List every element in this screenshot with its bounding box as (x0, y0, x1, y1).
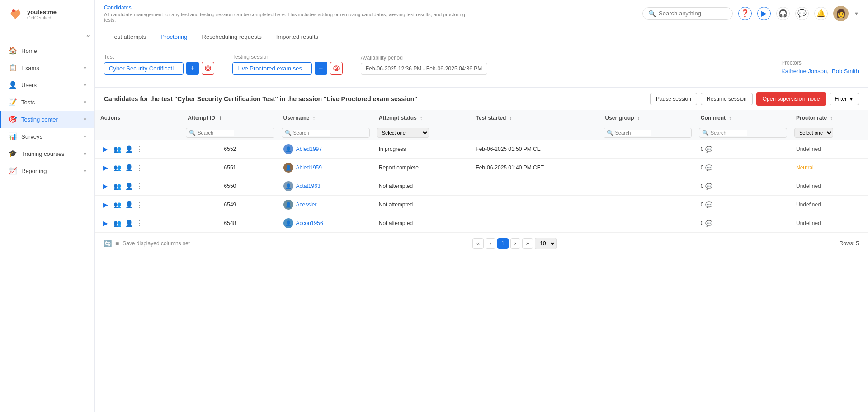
col-proctor-rate[interactable]: Proctor rate ↕ (791, 110, 868, 126)
user-dropdown-arrow-icon[interactable]: ▼ (854, 11, 859, 16)
more-action-icon-3[interactable]: ⋮ (136, 201, 143, 209)
col-attempt-id[interactable]: Attempt ID ⬆ (182, 110, 278, 126)
search-attempt-id-input[interactable] (198, 130, 234, 136)
availability-input[interactable] (361, 63, 487, 75)
next-page-btn[interactable]: › (510, 238, 520, 249)
play-action-icon-3[interactable]: ▶ (100, 200, 110, 210)
user-action-icon-0[interactable]: 👤 (124, 144, 134, 154)
table-header-row: Actions Attempt ID ⬆ Username ↕ Attempt … (95, 110, 868, 126)
columns-icon[interactable]: ≡ (115, 240, 119, 247)
refresh-icon[interactable]: 🔄 (104, 240, 112, 247)
more-action-icon-0[interactable]: ⋮ (136, 145, 143, 154)
username-link-1[interactable]: Abled1959 (296, 164, 322, 171)
resume-session-btn[interactable]: Resume session (701, 93, 753, 105)
tab-proctoring[interactable]: Proctoring (153, 27, 194, 47)
col-test-started[interactable]: Test started ↕ (470, 110, 599, 126)
comment-bubble-icon-3[interactable]: 💬 (705, 201, 712, 208)
user-avatar-btn[interactable]: 👩 (833, 6, 849, 21)
sidebar-item-testing-center[interactable]: 🎯 Testing center ▼ (0, 111, 94, 128)
group-action-icon-0[interactable]: 👥 (112, 144, 122, 154)
user-action-icon-4[interactable]: 👤 (124, 218, 134, 228)
search-attempt-status-select[interactable]: Select one In progress Report complete N… (377, 128, 429, 138)
rows-per-page-select[interactable]: 10 25 50 (535, 238, 557, 249)
group-action-icon-1[interactable]: 👥 (112, 163, 122, 173)
testing-session-add-btn[interactable]: + (315, 62, 327, 75)
comment-bubble-icon-0[interactable]: 💬 (705, 146, 712, 153)
notifications-icon-btn[interactable]: 🔔 (814, 7, 828, 20)
more-action-icon-2[interactable]: ⋮ (136, 182, 143, 191)
play-action-icon-4[interactable]: ▶ (100, 218, 110, 228)
search-user-group-input[interactable] (615, 130, 651, 136)
username-link-0[interactable]: Abled1997 (296, 146, 322, 152)
tab-imported-results[interactable]: Imported results (269, 27, 326, 47)
collapse-icon[interactable]: « (86, 32, 90, 39)
search-proctor-rate-select[interactable]: Select one Neutral Undefined (794, 128, 833, 138)
user-action-icon-1[interactable]: 👤 (124, 163, 134, 173)
last-page-btn[interactable]: » (522, 238, 533, 249)
proctor1-link[interactable]: Katherine Jonson (781, 68, 827, 75)
sidebar-item-reporting[interactable]: 📈 Reporting ▼ (0, 162, 94, 179)
tab-rescheduling-requests[interactable]: Rescheduling requests (195, 27, 269, 47)
proctor2-link[interactable]: Bob Smith (832, 68, 859, 75)
sidebar-collapse-btn[interactable]: « (0, 29, 94, 42)
sort-proctor-rate-icon: ↕ (830, 116, 832, 121)
exams-icon: 📋 (9, 64, 17, 72)
breadcrumb[interactable]: Candidates (104, 5, 466, 11)
play-action-icon-1[interactable]: ▶ (100, 163, 110, 173)
sidebar-item-training-courses[interactable]: 🎓 Training courses ▼ (0, 145, 94, 162)
tab-test-attempts[interactable]: Test attempts (104, 27, 153, 47)
prev-page-btn[interactable]: ‹ (486, 238, 495, 249)
comment-bubble-icon-1[interactable]: 💬 (705, 164, 712, 171)
search-proctor-rate-cell: Select one Neutral Undefined (791, 126, 868, 140)
save-cols-label[interactable]: Save displayed columns set (123, 240, 190, 247)
first-page-btn[interactable]: « (472, 238, 484, 249)
testing-session-remove-btn[interactable] (330, 62, 343, 75)
reporting-arrow-icon: ▼ (83, 169, 87, 173)
search-username-input[interactable] (293, 130, 330, 136)
headset-icon-btn[interactable]: 🎧 (776, 7, 790, 20)
sidebar-item-tests[interactable]: 📝 Tests ▼ (0, 94, 94, 111)
col-comment[interactable]: Comment ↕ (695, 110, 791, 126)
testing-session-value-link[interactable]: Live Proctored exam ses... (232, 62, 312, 75)
attempt-id-cell-3: 6549 (182, 196, 278, 214)
chat-icon-btn[interactable]: 💬 (795, 7, 809, 20)
play-action-icon-2[interactable]: ▶ (100, 181, 110, 191)
more-action-icon-1[interactable]: ⋮ (136, 164, 143, 172)
help-icon-btn[interactable]: ❓ (738, 7, 752, 20)
group-action-icon-4[interactable]: 👥 (112, 218, 122, 228)
user-action-icon-3[interactable]: 👤 (124, 200, 134, 210)
open-supervision-mode-btn[interactable]: Open supervision mode (756, 92, 826, 106)
play-action-icon-0[interactable]: ▶ (100, 144, 110, 154)
group-action-icon-2[interactable]: 👥 (112, 181, 122, 191)
total-rows-label: Rows: 5 (840, 240, 859, 247)
search-input[interactable] (659, 10, 726, 17)
comment-bubble-icon-4[interactable]: 💬 (705, 220, 712, 227)
filter-btn[interactable]: Filter ▼ (830, 93, 859, 105)
test-remove-btn[interactable] (202, 62, 214, 75)
user-action-icon-2[interactable]: 👤 (124, 181, 134, 191)
current-page-btn[interactable]: 1 (497, 238, 509, 249)
search-box[interactable]: 🔍 (642, 7, 733, 20)
pause-session-btn[interactable]: Pause session (650, 93, 697, 105)
table-row: ▶ 👥 👤 ⋮ 6549 👤 Acessier Not attempted 0 … (95, 196, 868, 214)
sidebar-item-exams[interactable]: 📋 Exams ▼ (0, 59, 94, 76)
col-user-group[interactable]: User group ↕ (600, 110, 695, 126)
sidebar-item-users[interactable]: 👤 Users ▼ (0, 76, 94, 94)
search-comment-input[interactable] (711, 130, 747, 136)
username-link-2[interactable]: Actat1963 (296, 183, 321, 189)
home-icon: 🏠 (9, 47, 17, 55)
test-value-link[interactable]: Cyber Security Certificati... (104, 62, 184, 75)
more-action-icon-4[interactable]: ⋮ (136, 219, 143, 228)
username-link-3[interactable]: Acessier (296, 201, 317, 208)
sidebar-item-home[interactable]: 🏠 Home (0, 42, 94, 59)
play-icon-btn[interactable]: ▶ (757, 7, 771, 20)
comment-bubble-icon-2[interactable]: 💬 (705, 183, 712, 190)
top-header: Candidates All candidate management for … (95, 0, 868, 27)
username-link-4[interactable]: Accon1956 (296, 220, 323, 226)
sidebar-item-surveys[interactable]: 📊 Surveys ▼ (0, 128, 94, 145)
user-group-cell-4 (600, 214, 695, 233)
col-attempt-status[interactable]: Attempt status ↕ (373, 110, 471, 126)
test-add-btn[interactable]: + (186, 62, 199, 75)
col-username[interactable]: Username ↕ (278, 110, 373, 126)
group-action-icon-3[interactable]: 👥 (112, 200, 122, 210)
